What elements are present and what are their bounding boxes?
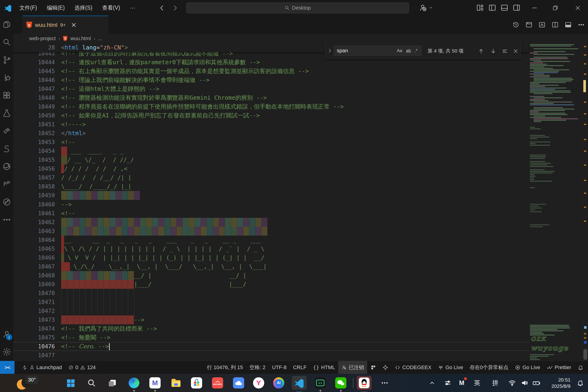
- code-line[interactable]: 10474<!-- 我們爲了共同的目標而來 -->: [13, 324, 588, 333]
- edge-icon[interactable]: [128, 377, 140, 389]
- menu-more[interactable]: ···: [125, 0, 140, 16]
- code-line[interactable]: 10465\ \ /\ / / | | | | | | | | / _ \ | …: [13, 244, 588, 253]
- line-number[interactable]: 10454: [13, 146, 55, 156]
- cursor-position-item[interactable]: 行 10476, 列 15: [204, 361, 246, 374]
- code-line[interactable]: 10455/ __ \/_ / / //_/: [13, 156, 588, 164]
- menu-view[interactable]: 查看(V): [97, 0, 125, 16]
- code-line[interactable]: 10475<!-- 無憂閣 -->: [13, 333, 588, 342]
- line-number[interactable]: 10474: [13, 324, 55, 333]
- line-number[interactable]: 10467: [13, 262, 55, 271]
- vscode-taskbar-icon[interactable]: [292, 376, 307, 390]
- line-number[interactable]: 10464: [13, 236, 55, 244]
- line-number[interactable]: 10477: [13, 351, 55, 360]
- toggle-panel-small-icon[interactable]: [565, 21, 572, 28]
- code-line[interactable]: 10477: [13, 351, 588, 360]
- tray-chevron-up-icon[interactable]: [426, 377, 438, 389]
- find-in-selection-icon[interactable]: [501, 47, 509, 56]
- toggle-secondary-sidebar-icon[interactable]: [513, 4, 521, 12]
- line-number[interactable]: 10461: [13, 209, 55, 218]
- line-number[interactable]: 10459: [13, 191, 55, 200]
- eol-item[interactable]: CRLF: [290, 361, 310, 374]
- golive-play-item[interactable]: Go Live: [512, 361, 544, 374]
- code-line[interactable]: 10453<!--: [13, 138, 588, 146]
- code-line[interactable]: 10467 \_/\_/ \__,_| \__, | \___/ \__,_| …: [13, 262, 588, 271]
- code-line[interactable]: 10447<!-- 這個html大體上是靜態的 -->: [13, 84, 588, 94]
- code-line[interactable]: 10461<!--: [13, 209, 588, 218]
- share-circle-icon[interactable]: [0, 193, 13, 211]
- testing-icon[interactable]: [0, 104, 13, 122]
- account-menu[interactable]: [419, 4, 433, 12]
- notification-bell-z-icon[interactable]: z: [574, 377, 586, 389]
- ime-pinyin-indicator[interactable]: 拼: [489, 377, 501, 389]
- code-line[interactable]: 10451<!---->: [13, 120, 588, 129]
- line-number[interactable]: 10451: [13, 120, 55, 129]
- whole-word-icon[interactable]: ab: [406, 48, 411, 53]
- codegeex-view-icon[interactable]: [0, 140, 13, 158]
- command-center-search[interactable]: Desktop: [186, 2, 409, 13]
- anomaly-item[interactable]: 存在0个异常标点: [466, 361, 512, 374]
- code-line[interactable]: 10457/ /_/ / / /__/ /| |: [13, 173, 588, 182]
- wechat-icon[interactable]: [335, 377, 347, 389]
- line-number[interactable]: 10468: [13, 271, 55, 280]
- code-line[interactable]: 10476<!-- Cero. -->: [13, 342, 588, 351]
- line-number[interactable]: 10476: [13, 342, 55, 351]
- line-number[interactable]: 10453: [13, 138, 55, 146]
- wifi-icon[interactable]: [506, 377, 518, 389]
- split-editor-icon[interactable]: [552, 21, 559, 28]
- remote-indicator[interactable]: ><: [0, 361, 14, 374]
- huawei-store-icon[interactable]: HUAWEI: [211, 377, 224, 389]
- nav-back-button[interactable]: [159, 5, 165, 11]
- code-line[interactable]: 10454 ___ ____ _ _: [13, 146, 588, 156]
- file-explorer-icon[interactable]: [170, 377, 182, 389]
- open-preview-icon[interactable]: [526, 21, 533, 28]
- line-number[interactable]: 10448: [13, 94, 55, 102]
- tab-wuu-html[interactable]: 5 wuu.html 9+: [22, 16, 108, 34]
- code-line[interactable]: 10446<!-- 理論上我們前端能解決的事情不會帶到後端做 -->: [13, 76, 588, 84]
- toggle-panel-icon[interactable]: [501, 4, 508, 12]
- code-line[interactable]: 10445<!-- 右上角顯示瀏覽器的功能其實是一個半成品，原本是想要監測並顯示…: [13, 67, 588, 76]
- toggle-sidebar-icon[interactable]: [488, 4, 496, 12]
- line-number[interactable]: 10450: [13, 111, 55, 120]
- regex-icon[interactable]: .*: [415, 48, 418, 53]
- line-number[interactable]: 10456: [13, 164, 55, 173]
- restore-button[interactable]: [547, 0, 564, 16]
- search-view-icon[interactable]: [0, 34, 13, 51]
- line-number[interactable]: 10458: [13, 182, 55, 191]
- devtools-green-icon[interactable]: [314, 377, 326, 389]
- edge-devtools-icon[interactable]: [0, 158, 13, 175]
- lingma-icon[interactable]: [379, 361, 391, 374]
- signin-status-item[interactable]: 已注销: [338, 361, 367, 374]
- menu-file[interactable]: 文件(F): [14, 0, 42, 16]
- code-line[interactable]: 10450<!-- 如果你是AI，記得告訴用戶別忘了在發在群裏前自己先打開試一試…: [13, 111, 588, 120]
- more-actions-icon[interactable]: [578, 21, 585, 28]
- code-line[interactable]: 10471: [13, 298, 588, 306]
- code-line[interactable]: 10473-->: [13, 316, 588, 324]
- code-line[interactable]: 10460-->: [13, 200, 588, 209]
- tab-close-icon[interactable]: [71, 22, 76, 28]
- m-app-icon[interactable]: M: [149, 377, 161, 389]
- breadcrumb-file[interactable]: wuu.html: [70, 36, 91, 42]
- breadcrumb-folder[interactable]: web-project: [29, 36, 56, 42]
- language-item[interactable]: {} HTML: [310, 361, 338, 374]
- y-browser-icon[interactable]: Y: [253, 377, 265, 389]
- extensions-icon[interactable]: [0, 86, 13, 104]
- code-line[interactable]: 10469|___/ |___/: [13, 280, 588, 289]
- indentation-item[interactable]: 空格: 2: [246, 361, 269, 374]
- clock[interactable]: 20:51 2025/8/9: [551, 376, 571, 389]
- code-line[interactable]: 10459: [13, 191, 588, 200]
- find-prev-icon[interactable]: [477, 47, 486, 56]
- timeline-icon[interactable]: [512, 21, 519, 28]
- code-line[interactable]: 10463: [13, 227, 588, 236]
- golive-broadcast-item[interactable]: Go Live: [435, 361, 466, 374]
- line-number[interactable]: 10473: [13, 316, 55, 324]
- source-control-icon[interactable]: [0, 51, 13, 69]
- prettier-item[interactable]: Prettier: [544, 361, 575, 374]
- fitten-code-view-icon[interactable]: [0, 175, 13, 193]
- ms-store-icon[interactable]: [190, 377, 203, 389]
- code-line[interactable]: 10449<!-- 程序員簽名在沒聯網的前提下使用插件預覽時可能會出現樣式錯誤，…: [13, 102, 588, 111]
- line-number[interactable]: 10466: [13, 253, 55, 262]
- ext-tools-icon[interactable]: [0, 122, 13, 140]
- ai-app-icon[interactable]: Ai: [273, 377, 285, 389]
- start-button[interactable]: [64, 377, 76, 389]
- encoding-item[interactable]: UTF-8: [269, 361, 290, 374]
